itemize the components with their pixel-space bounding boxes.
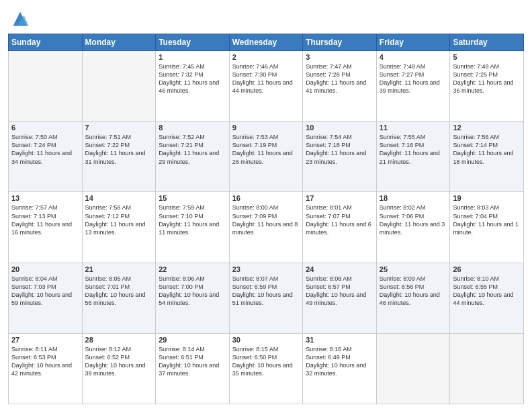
calendar-cell: 8Sunrise: 7:52 AMSunset: 7:21 PMDaylight… bbox=[156, 122, 230, 192]
weekday-header-friday: Friday bbox=[376, 34, 450, 51]
calendar-week-1: 1Sunrise: 7:45 AMSunset: 7:32 PMDaylight… bbox=[9, 51, 524, 122]
calendar-cell: 4Sunrise: 7:48 AMSunset: 7:27 PMDaylight… bbox=[376, 51, 450, 122]
calendar-cell bbox=[82, 51, 156, 122]
day-number: 2 bbox=[232, 53, 300, 61]
weekday-header-tuesday: Tuesday bbox=[156, 34, 230, 51]
day-number: 26 bbox=[453, 265, 521, 273]
calendar-cell: 12Sunrise: 7:56 AMSunset: 7:14 PMDayligh… bbox=[450, 122, 524, 192]
day-number: 18 bbox=[380, 194, 447, 202]
day-detail: Sunrise: 7:50 AMSunset: 7:24 PMDaylight:… bbox=[11, 133, 79, 166]
day-detail: Sunrise: 7:59 AMSunset: 7:10 PMDaylight:… bbox=[159, 203, 226, 236]
calendar-cell: 17Sunrise: 8:01 AMSunset: 7:07 PMDayligh… bbox=[303, 192, 377, 263]
day-number: 8 bbox=[159, 124, 226, 132]
day-detail: Sunrise: 7:45 AMSunset: 7:32 PMDaylight:… bbox=[159, 62, 226, 95]
calendar-cell: 28Sunrise: 8:12 AMSunset: 6:52 PMDayligh… bbox=[82, 333, 156, 404]
day-detail: Sunrise: 7:52 AMSunset: 7:21 PMDaylight:… bbox=[159, 133, 226, 166]
calendar-cell: 1Sunrise: 7:45 AMSunset: 7:32 PMDaylight… bbox=[156, 51, 230, 122]
day-number: 15 bbox=[159, 194, 226, 202]
day-number: 21 bbox=[85, 265, 153, 273]
day-detail: Sunrise: 8:16 AMSunset: 6:49 PMDaylight:… bbox=[306, 345, 373, 378]
day-number: 17 bbox=[306, 194, 373, 202]
day-detail: Sunrise: 7:58 AMSunset: 7:12 PMDaylight:… bbox=[85, 203, 153, 236]
header bbox=[8, 7, 524, 28]
weekday-header-sunday: Sunday bbox=[9, 34, 83, 51]
calendar-cell: 2Sunrise: 7:46 AMSunset: 7:30 PMDaylight… bbox=[229, 51, 303, 122]
weekday-header-thursday: Thursday bbox=[303, 34, 377, 51]
calendar-cell: 25Sunrise: 8:09 AMSunset: 6:56 PMDayligh… bbox=[376, 263, 450, 333]
day-number: 20 bbox=[11, 265, 79, 273]
calendar-cell: 26Sunrise: 8:10 AMSunset: 6:55 PMDayligh… bbox=[450, 263, 524, 333]
day-detail: Sunrise: 8:15 AMSunset: 6:50 PMDaylight:… bbox=[232, 345, 300, 378]
day-detail: Sunrise: 8:07 AMSunset: 6:59 PMDaylight:… bbox=[232, 275, 300, 308]
day-number: 19 bbox=[453, 194, 521, 202]
calendar-cell: 30Sunrise: 8:15 AMSunset: 6:50 PMDayligh… bbox=[229, 333, 303, 404]
day-number: 14 bbox=[85, 194, 153, 202]
day-number: 5 bbox=[453, 53, 521, 61]
day-detail: Sunrise: 8:14 AMSunset: 6:51 PMDaylight:… bbox=[159, 345, 226, 378]
calendar-cell: 5Sunrise: 7:49 AMSunset: 7:25 PMDaylight… bbox=[450, 51, 524, 122]
day-detail: Sunrise: 8:02 AMSunset: 7:06 PMDaylight:… bbox=[380, 203, 447, 236]
calendar-cell: 19Sunrise: 8:03 AMSunset: 7:04 PMDayligh… bbox=[450, 192, 524, 263]
calendar-cell: 24Sunrise: 8:08 AMSunset: 6:57 PMDayligh… bbox=[303, 263, 377, 333]
weekday-header-row: SundayMondayTuesdayWednesdayThursdayFrid… bbox=[9, 34, 524, 51]
weekday-header-saturday: Saturday bbox=[450, 34, 524, 51]
day-number: 12 bbox=[453, 124, 521, 132]
day-number: 22 bbox=[159, 265, 226, 273]
day-number: 25 bbox=[380, 265, 447, 273]
calendar-cell: 7Sunrise: 7:51 AMSunset: 7:22 PMDaylight… bbox=[82, 122, 156, 192]
calendar-cell bbox=[450, 333, 524, 404]
calendar-cell bbox=[9, 51, 83, 122]
calendar-cell: 9Sunrise: 7:53 AMSunset: 7:19 PMDaylight… bbox=[229, 122, 303, 192]
calendar-cell: 21Sunrise: 8:05 AMSunset: 7:01 PMDayligh… bbox=[82, 263, 156, 333]
calendar-cell: 11Sunrise: 7:55 AMSunset: 7:16 PMDayligh… bbox=[376, 122, 450, 192]
day-number: 23 bbox=[232, 265, 300, 273]
day-number: 6 bbox=[11, 124, 79, 132]
day-detail: Sunrise: 7:49 AMSunset: 7:25 PMDaylight:… bbox=[453, 62, 521, 95]
calendar-cell: 3Sunrise: 7:47 AMSunset: 7:28 PMDaylight… bbox=[303, 51, 377, 122]
day-number: 1 bbox=[159, 53, 226, 61]
day-number: 13 bbox=[11, 194, 79, 202]
calendar-week-3: 13Sunrise: 7:57 AMSunset: 7:13 PMDayligh… bbox=[9, 192, 524, 263]
day-detail: Sunrise: 8:08 AMSunset: 6:57 PMDaylight:… bbox=[306, 275, 373, 308]
day-detail: Sunrise: 8:11 AMSunset: 6:53 PMDaylight:… bbox=[11, 345, 79, 378]
day-detail: Sunrise: 8:12 AMSunset: 6:52 PMDaylight:… bbox=[85, 345, 153, 378]
day-detail: Sunrise: 8:04 AMSunset: 7:03 PMDaylight:… bbox=[11, 275, 79, 308]
calendar-week-2: 6Sunrise: 7:50 AMSunset: 7:24 PMDaylight… bbox=[9, 122, 524, 192]
calendar-cell: 18Sunrise: 8:02 AMSunset: 7:06 PMDayligh… bbox=[376, 192, 450, 263]
day-number: 28 bbox=[85, 336, 153, 344]
day-detail: Sunrise: 7:53 AMSunset: 7:19 PMDaylight:… bbox=[232, 133, 300, 166]
day-number: 11 bbox=[380, 124, 447, 132]
weekday-header-monday: Monday bbox=[82, 34, 156, 51]
logo-icon bbox=[11, 9, 30, 28]
day-detail: Sunrise: 8:10 AMSunset: 6:55 PMDaylight:… bbox=[453, 275, 521, 308]
calendar-cell: 14Sunrise: 7:58 AMSunset: 7:12 PMDayligh… bbox=[82, 192, 156, 263]
calendar-cell: 16Sunrise: 8:00 AMSunset: 7:09 PMDayligh… bbox=[229, 192, 303, 263]
calendar-cell: 29Sunrise: 8:14 AMSunset: 6:51 PMDayligh… bbox=[156, 333, 230, 404]
day-detail: Sunrise: 8:05 AMSunset: 7:01 PMDaylight:… bbox=[85, 275, 153, 308]
day-detail: Sunrise: 7:51 AMSunset: 7:22 PMDaylight:… bbox=[85, 133, 153, 166]
calendar-cell bbox=[376, 333, 450, 404]
day-detail: Sunrise: 7:55 AMSunset: 7:16 PMDaylight:… bbox=[380, 133, 447, 166]
day-number: 30 bbox=[232, 336, 300, 344]
day-detail: Sunrise: 7:54 AMSunset: 7:18 PMDaylight:… bbox=[306, 133, 373, 166]
calendar-cell: 20Sunrise: 8:04 AMSunset: 7:03 PMDayligh… bbox=[9, 263, 83, 333]
day-detail: Sunrise: 7:46 AMSunset: 7:30 PMDaylight:… bbox=[232, 62, 300, 95]
day-number: 10 bbox=[306, 124, 373, 132]
day-detail: Sunrise: 8:03 AMSunset: 7:04 PMDaylight:… bbox=[453, 203, 521, 236]
day-number: 9 bbox=[232, 124, 300, 132]
calendar-cell: 27Sunrise: 8:11 AMSunset: 6:53 PMDayligh… bbox=[9, 333, 83, 404]
day-detail: Sunrise: 7:56 AMSunset: 7:14 PMDaylight:… bbox=[453, 133, 521, 166]
day-number: 3 bbox=[306, 53, 373, 61]
calendar-cell: 23Sunrise: 8:07 AMSunset: 6:59 PMDayligh… bbox=[229, 263, 303, 333]
day-number: 31 bbox=[306, 336, 373, 344]
logo bbox=[8, 9, 30, 28]
day-detail: Sunrise: 8:00 AMSunset: 7:09 PMDaylight:… bbox=[232, 203, 300, 236]
day-detail: Sunrise: 8:09 AMSunset: 6:56 PMDaylight:… bbox=[380, 275, 447, 308]
day-detail: Sunrise: 8:06 AMSunset: 7:00 PMDaylight:… bbox=[159, 275, 226, 308]
day-detail: Sunrise: 7:48 AMSunset: 7:27 PMDaylight:… bbox=[380, 62, 447, 95]
calendar-cell: 31Sunrise: 8:16 AMSunset: 6:49 PMDayligh… bbox=[303, 333, 377, 404]
calendar-cell: 6Sunrise: 7:50 AMSunset: 7:24 PMDaylight… bbox=[9, 122, 83, 192]
day-number: 7 bbox=[85, 124, 153, 132]
day-number: 24 bbox=[306, 265, 373, 273]
calendar-cell: 10Sunrise: 7:54 AMSunset: 7:18 PMDayligh… bbox=[303, 122, 377, 192]
